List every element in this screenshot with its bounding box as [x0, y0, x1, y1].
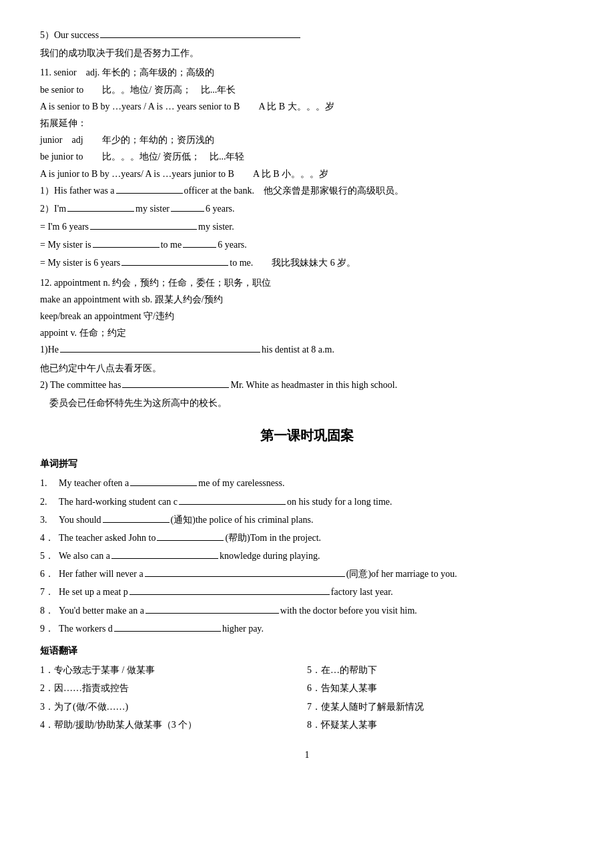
section-5: 5）Our success: [40, 27, 574, 43]
phrase-right-1: 5．在…的帮助下: [307, 662, 574, 678]
sp1-prefix: My teacher often a: [59, 475, 129, 491]
sp3-hint: (通知): [171, 511, 196, 528]
v11-eq3-blank[interactable]: [121, 255, 228, 266]
phrases-grid: 1．专心致志于某事 / 做某事 5．在…的帮助下 2．因……指责或控告 6．告知…: [40, 662, 574, 733]
sp4-suffix: Tom in the project.: [250, 529, 321, 546]
sp5-blank[interactable]: [111, 548, 218, 559]
sp6-blank[interactable]: [145, 566, 345, 577]
spelling-item-6: 6． Her father will never a (同意) of her m…: [40, 566, 574, 582]
sp4-blank[interactable]: [157, 530, 224, 541]
spelling-title: 单词拼写: [40, 455, 574, 472]
spelling-list: 1. My teacher often a me of my carelessn…: [40, 475, 574, 637]
phrases-title: 短语翻译: [40, 642, 574, 659]
page-content: 5）Our success 我们的成功取决于我们是否努力工作。 11. seni…: [40, 27, 574, 763]
v11-eq2-prefix: = My sister is: [40, 236, 91, 253]
sp7-num: 7．: [40, 584, 59, 600]
v11-title: 11. senior adj. 年长的；高年级的；高级的: [40, 64, 574, 81]
v11-eq3-prefix: = My sister is 6 years: [40, 254, 120, 271]
sp7-blank[interactable]: [129, 584, 330, 595]
v12-ex1-blank[interactable]: [60, 342, 260, 353]
s5-question: 5）Our success: [40, 27, 99, 43]
sp8-prefix: You'd better make an a: [59, 602, 144, 619]
v11-ex1-rest: officer at the bank. 他父亲曾是那家银行的高级职员。: [184, 182, 404, 199]
phrase-left-1: 1．专心致志于某事 / 做某事: [40, 662, 307, 678]
sp9-prefix: The workers d: [59, 620, 113, 637]
phrase-left-3: 3．为了(做/不做……): [40, 698, 307, 715]
sp6-suffix: of her marriage to you.: [371, 566, 457, 582]
phrase-left-2: 2．因……指责或控告: [40, 680, 307, 696]
v12-ex2-blank[interactable]: [122, 377, 229, 388]
spelling-item-7: 7． He set up a meat p factory last year.: [40, 584, 574, 600]
sp6-prefix: Her father will never a: [59, 566, 143, 582]
sp1-suffix: me of my carelessness.: [198, 475, 284, 491]
v11-ex2: 2）I'm my sister 6 years.: [40, 200, 574, 217]
s5-chinese: 我们的成功取决于我们是否努力工作。: [40, 45, 574, 61]
center-title: 第一课时巩固案: [40, 423, 574, 447]
sp1-blank[interactable]: [130, 475, 197, 486]
v11-eq3-rest: to me. 我比我妹妹大 6 岁。: [230, 254, 356, 271]
v11-eq2-blank2[interactable]: [183, 237, 216, 248]
v12-ex1-cn: 他已约定中午八点去看牙医。: [40, 360, 574, 377]
phrase-right-2: 6．告知某人某事: [307, 680, 574, 696]
s5-blank[interactable]: [100, 27, 300, 38]
sp2-prefix: The hard-working student can c: [59, 493, 178, 510]
v12-line2: keep/break an appointment 守/违约: [40, 308, 574, 324]
sp9-blank[interactable]: [114, 621, 221, 632]
spelling-item-9: 9． The workers d higher pay.: [40, 620, 574, 637]
sp2-num: 2.: [40, 493, 59, 510]
v12-line3: appoint v. 任命；约定: [40, 324, 574, 341]
sp9-num: 9．: [40, 620, 59, 637]
sp3-prefix: You should: [59, 511, 101, 528]
v12-ex2: 2) The committee has Mr. White as headma…: [40, 377, 574, 393]
v11-eq2: = My sister is to me 6 years.: [40, 236, 574, 253]
sp7-suffix: factory last year.: [331, 584, 393, 600]
v11-ex2-blank2[interactable]: [171, 201, 204, 212]
v11-eq1-prefix: = I'm 6 years: [40, 218, 89, 235]
vocab-11: 11. senior adj. 年长的；高年级的；高级的 be senior t…: [40, 64, 574, 271]
v11-ex2-p2: my sister: [135, 200, 170, 217]
v11-ex2-blank1[interactable]: [67, 201, 134, 212]
sp8-blank[interactable]: [145, 603, 279, 614]
v12-ex1-prefix: 1)He: [40, 341, 59, 358]
sp1-num: 1.: [40, 475, 59, 491]
sp5-suffix: knowledge during playing.: [220, 548, 320, 564]
v12-title: 12. appointment n. 约会，预约；任命，委任；职务，职位: [40, 274, 574, 291]
sp4-hint: (帮助): [225, 529, 250, 546]
sp2-blank[interactable]: [179, 494, 286, 505]
v11-eq1: = I'm 6 years my sister.: [40, 218, 574, 235]
sp7-prefix: He set up a meat p: [59, 584, 128, 600]
spelling-item-8: 8． You'd better make an a with the docto…: [40, 602, 574, 619]
v12-ex2-cn: 委员会已任命怀特先生为这所高中的校长。: [40, 395, 574, 411]
sp4-prefix: The teacher asked John to: [59, 529, 156, 546]
v11-eq2-end: 6 years.: [218, 236, 247, 253]
sp9-suffix: higher pay.: [222, 620, 264, 637]
sp6-hint: (同意): [346, 566, 371, 582]
v12-ex2-rest: Mr. White as headmaster in this high sch…: [230, 377, 397, 393]
v11-junior-line2: A is junior to B by …years/ A is …years …: [40, 166, 574, 182]
v12-ex1-rest: his dentist at 8 a.m.: [262, 341, 334, 358]
spelling-item-4: 4． The teacher asked John to (帮助) Tom in…: [40, 529, 574, 546]
sp8-suffix: with the doctor before you visit him.: [280, 602, 417, 619]
sp3-suffix: the police of his criminal plans.: [196, 511, 314, 528]
v11-eq3: = My sister is 6 years to me. 我比我妹妹大 6 岁…: [40, 254, 574, 271]
sp4-num: 4．: [40, 529, 59, 546]
v11-ex1: 1）His father was a officer at the bank. …: [40, 182, 574, 199]
v11-junior-title: junior adj 年少的；年幼的；资历浅的: [40, 132, 574, 148]
page-number: 1: [40, 746, 574, 763]
spelling-item-1: 1. My teacher often a me of my carelessn…: [40, 475, 574, 491]
v11-ex2-p3: 6 years.: [206, 200, 235, 217]
v11-ex1-blank[interactable]: [116, 183, 183, 194]
v11-eq1-blank[interactable]: [90, 219, 197, 230]
v11-ext: 拓展延伸：: [40, 115, 574, 132]
spelling-item-5: 5． We also can a knowledge during playin…: [40, 548, 574, 564]
sp3-blank[interactable]: [103, 512, 170, 523]
sp3-num: 3.: [40, 511, 59, 528]
phrase-right-3: 7．使某人随时了解最新情况: [307, 698, 574, 715]
sp6-num: 6．: [40, 566, 59, 582]
vocab-12: 12. appointment n. 约会，预约；任命，委任；职务，职位 mak…: [40, 274, 574, 412]
v11-eq2-blank1[interactable]: [93, 237, 160, 248]
sp5-num: 5．: [40, 548, 59, 564]
v12-ex2-prefix: 2) The committee has: [40, 377, 121, 393]
v12-line1: make an appointment with sb. 跟某人约会/预约: [40, 291, 574, 308]
v11-ex2-p1: 2）I'm: [40, 200, 66, 217]
